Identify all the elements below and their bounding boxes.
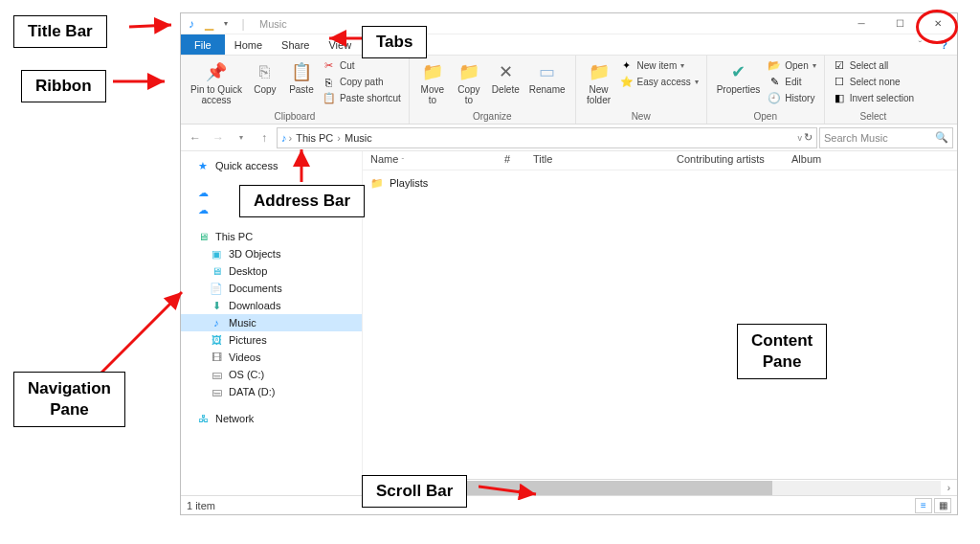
copy-path-icon: ⎘ (323, 76, 336, 89)
drive-icon: 🖴 (210, 385, 223, 398)
status-bar: 1 item ≡ ▦ (181, 495, 957, 514)
annotation-tabs: Tabs (362, 26, 427, 58)
column-title[interactable]: Title (525, 151, 669, 170)
paste-icon: 📋 (289, 59, 314, 84)
group-label-open: Open (713, 111, 818, 124)
pin-icon: 📌 (204, 59, 229, 84)
open-button[interactable]: 📂Open▾ (766, 57, 817, 74)
breadcrumb-thispc[interactable]: This PC (294, 132, 335, 144)
history-icon: 🕘 (768, 92, 781, 105)
arrow-titlebar (129, 17, 177, 36)
group-label-organize: Organize (415, 111, 569, 124)
search-input[interactable]: Search Music 🔍 (819, 127, 953, 148)
desktop-icon: 🖥 (210, 264, 223, 278)
dropdown-icon[interactable]: ▾ (219, 17, 233, 31)
easy-access-button[interactable]: ⭐Easy access▾ (618, 74, 701, 90)
column-name[interactable]: Name ˆ (363, 151, 497, 170)
annotation-navpane: Navigation Pane (13, 372, 125, 427)
rename-icon: ▭ (535, 59, 560, 84)
nav-back-button[interactable]: ← (185, 127, 206, 148)
address-dropdown-icon[interactable]: v (798, 133, 803, 143)
tab-home[interactable]: Home (225, 34, 272, 55)
sort-asc-icon: ˆ (401, 156, 404, 165)
breadcrumb-music[interactable]: Music (343, 132, 374, 144)
nav-downloads[interactable]: ⬇Downloads (181, 297, 362, 314)
annotation-scrollbar: Scroll Bar (362, 475, 467, 508)
invert-selection-button[interactable]: ◧Invert selection (831, 90, 916, 106)
history-button[interactable]: 🕘History (766, 90, 817, 106)
edit-button[interactable]: ✎Edit (766, 74, 817, 90)
ribbon-group-select: ☑Select all ☐Select none ◧Invert selecti… (825, 56, 922, 124)
rename-button[interactable]: ▭Rename (525, 57, 569, 107)
nav-quick-access[interactable]: ★Quick access (181, 157, 362, 174)
maximize-button[interactable]: ☐ (880, 13, 919, 34)
nav-music[interactable]: ♪Music (181, 314, 362, 331)
tab-file[interactable]: File (181, 34, 225, 55)
nav-3d-objects[interactable]: ▣3D Objects (181, 245, 362, 262)
nav-pictures[interactable]: 🖼Pictures (181, 331, 362, 349)
select-none-button[interactable]: ☐Select none (831, 74, 916, 90)
open-icon: 📂 (768, 59, 781, 73)
breadcrumb-sep-icon: › (289, 132, 293, 144)
list-item[interactable]: 📁 Playlists (363, 174, 957, 192)
select-all-button[interactable]: ☑Select all (831, 57, 916, 74)
annotation-titlebar: Title Bar (13, 15, 107, 48)
move-to-button[interactable]: 📁Move to (415, 57, 450, 107)
nav-this-pc[interactable]: 🖥This PC (181, 228, 362, 245)
column-artists[interactable]: Contributing artists (669, 151, 784, 170)
folder-icon: ▁ (202, 17, 215, 31)
tab-share[interactable]: Share (272, 34, 319, 55)
nav-network[interactable]: 🖧Network (181, 410, 362, 427)
column-album[interactable]: Album (784, 151, 830, 170)
address-bar[interactable]: ♪ › This PC › Music v ↻ (277, 127, 817, 148)
paste-shortcut-button[interactable]: 📋Paste shortcut (321, 90, 403, 106)
minimize-button[interactable]: ─ (842, 13, 880, 34)
nav-os-c[interactable]: 🖴OS (C:) (181, 366, 362, 383)
nav-up-button[interactable]: ↑ (254, 127, 275, 148)
music-note-icon: ♪ (185, 17, 198, 31)
refresh-button[interactable]: ↻ (804, 131, 813, 144)
ribbon: 📌 Pin to Quick access ⎘ Copy 📋 Paste ✂Cu… (181, 56, 957, 125)
item-count: 1 item (187, 500, 215, 511)
nav-forward-button[interactable]: → (208, 127, 229, 148)
arrow-tabs (325, 29, 364, 48)
nav-recent-button[interactable]: ▾ (231, 127, 252, 148)
delete-button[interactable]: ✕Delete (488, 57, 523, 107)
delete-icon: ✕ (493, 59, 518, 84)
new-item-button[interactable]: ✦New item▾ (618, 57, 701, 74)
new-folder-button[interactable]: 📁New folder (582, 57, 616, 107)
nav-documents[interactable]: 📄Documents (181, 280, 362, 297)
cut-button[interactable]: ✂Cut (321, 57, 403, 74)
copy-to-icon: 📁 (457, 59, 481, 84)
ribbon-group-clipboard: 📌 Pin to Quick access ⎘ Copy 📋 Paste ✂Cu… (181, 56, 410, 124)
group-label-new: New (582, 111, 701, 124)
arrow-navpane (96, 287, 191, 383)
cloud-icon: ☁ (196, 203, 210, 216)
view-details-button[interactable]: ≡ (915, 498, 932, 513)
pin-to-quick-access-button[interactable]: 📌 Pin to Quick access (187, 57, 246, 107)
annotation-contentpane: Content Pane (737, 324, 827, 379)
properties-button[interactable]: ✔Properties (713, 57, 765, 106)
column-headers: Name ˆ # Title Contributing artists Albu… (363, 151, 957, 170)
cube-icon: ▣ (210, 247, 223, 261)
titlebar: ♪ ▁ ▾ | Music ─ ☐ ✕ (181, 13, 957, 34)
group-label-clipboard: Clipboard (187, 111, 403, 124)
copy-to-button[interactable]: 📁Copy to (452, 57, 486, 107)
svg-line-0 (129, 25, 171, 27)
folder-icon: 📁 (370, 176, 384, 190)
scroll-right-button[interactable]: › (941, 483, 957, 493)
breadcrumb-sep-icon: › (337, 132, 341, 144)
star-icon: ★ (196, 159, 210, 172)
nav-desktop[interactable]: 🖥Desktop (181, 262, 362, 280)
file-list[interactable]: 📁 Playlists (363, 170, 957, 479)
search-placeholder: Search Music (824, 132, 888, 144)
window-title: Music (259, 18, 287, 30)
view-large-button[interactable]: ▦ (934, 498, 951, 513)
nav-videos[interactable]: 🎞Videos (181, 349, 362, 366)
paste-button[interactable]: 📋 Paste (284, 57, 319, 107)
copy-path-button[interactable]: ⎘Copy path (321, 74, 403, 90)
nav-data-d[interactable]: 🖴DATA (D:) (181, 383, 362, 400)
paste-shortcut-icon: 📋 (323, 92, 336, 105)
column-number[interactable]: # (497, 151, 525, 170)
copy-button[interactable]: ⎘ Copy (248, 57, 282, 107)
